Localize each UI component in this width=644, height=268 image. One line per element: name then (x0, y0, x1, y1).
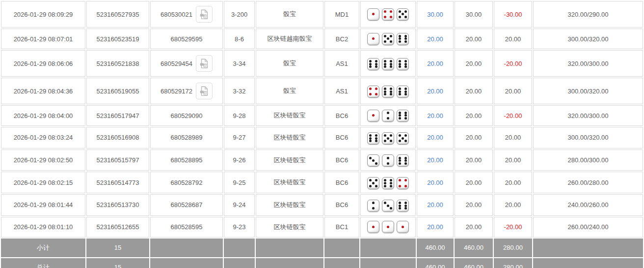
die-6 (382, 58, 394, 70)
table-row: 2026-01-29 08:07:01 523160523519 6805295… (1, 29, 643, 49)
bet-amount-cell: 20.00 (417, 29, 454, 49)
bet-amount-cell: 20.00 (417, 194, 454, 216)
summary-empty-cell (533, 258, 643, 268)
bet-amount-link[interactable]: 20.00 (427, 201, 443, 208)
die-pip (384, 202, 386, 204)
round-number-cell: 3-34 (224, 50, 255, 77)
bet-amount-cell: 20.00 (417, 172, 454, 193)
dice-result-cell (360, 105, 416, 126)
die-pip (390, 10, 392, 13)
summary-empty-cell (150, 238, 223, 257)
die-pip (402, 226, 404, 228)
bet-amount-link[interactable]: 20.00 (427, 223, 443, 231)
summary-label-cell: 小计 (1, 238, 85, 257)
summary-valid-total-cell: 460.00 (455, 258, 493, 268)
summary-empty-cell (324, 258, 359, 268)
die-pip (402, 13, 404, 15)
round-id-text: 680529172 (161, 88, 192, 95)
die-6 (397, 86, 409, 98)
bet-time-cell: 2026-01-29 08:06:06 (1, 50, 85, 77)
summary-winloss-total-cell: 280.00 (494, 238, 532, 257)
balance-cell: 260.00/280.00 (533, 172, 643, 193)
die-pip (404, 35, 407, 37)
die-4 (397, 177, 409, 189)
table-code-cell: BC6 (324, 149, 359, 171)
die-pip (372, 159, 375, 162)
die-pip (390, 63, 392, 65)
dice-result-cell (360, 1, 416, 28)
summary-empty-cell (360, 238, 416, 257)
round-number-cell: 3-32 (224, 78, 255, 104)
bet-amount-link[interactable]: 20.00 (427, 60, 443, 67)
bet-amount-link[interactable]: 30.00 (427, 11, 443, 18)
table-row: 2026-01-29 08:09:29 523160527935 6805300… (1, 1, 643, 28)
dice-wrap (367, 8, 409, 21)
die-pip (375, 137, 377, 140)
round-id-text: 680528989 (170, 134, 202, 141)
video-replay-button[interactable] (196, 55, 213, 72)
round-id-cell: 680528989 (150, 127, 223, 149)
die-6 (397, 154, 409, 167)
die-pip (375, 185, 377, 187)
summary-empty-cell (150, 258, 223, 268)
die-pip (387, 157, 389, 159)
die-pip (404, 162, 407, 165)
die-pip (404, 179, 407, 181)
bet-amount-link[interactable]: 20.00 (427, 35, 443, 43)
bet-id-cell: 523160513730 (86, 194, 149, 216)
round-id-wrap: 680528595 (170, 223, 202, 231)
die-pip (390, 90, 392, 93)
round-id-wrap: 680528792 (170, 179, 202, 186)
die-pip (384, 35, 386, 37)
die-pip (404, 134, 407, 137)
win-loss-cell: -30.00 (494, 1, 532, 28)
summary-count-cell: 15 (86, 258, 149, 268)
win-loss-cell: 20.00 (494, 29, 532, 49)
die-pip (384, 90, 386, 93)
summary-bet-total-cell: 460.00 (417, 258, 454, 268)
die-pip (399, 179, 401, 181)
die-1 (367, 33, 379, 45)
round-id-wrap: 680530021 (161, 6, 213, 23)
die-pip (390, 88, 392, 90)
die-pip (399, 93, 401, 95)
bet-amount-cell: 20.00 (417, 149, 454, 171)
video-replay-button[interactable] (196, 83, 213, 99)
die-pip (390, 140, 392, 142)
game-name-cell: 骰宝 (256, 1, 323, 28)
bet-amount-link[interactable]: 20.00 (427, 134, 443, 141)
video-replay-button[interactable] (196, 6, 213, 23)
die-3 (382, 200, 394, 212)
die-pip (404, 40, 407, 43)
bet-amount-link[interactable]: 20.00 (427, 179, 443, 186)
table-code-cell: BC2 (324, 29, 359, 49)
die-pip (369, 60, 372, 62)
bet-amount-link[interactable]: 20.00 (427, 112, 443, 119)
round-id-wrap: 680528989 (170, 134, 202, 141)
die-pip (399, 40, 401, 43)
die-pip (399, 185, 401, 187)
die-pip (369, 134, 372, 137)
win-loss-cell: 20.00 (494, 127, 532, 149)
die-3 (367, 154, 379, 167)
bet-amount-link[interactable]: 20.00 (427, 88, 443, 95)
die-pip (399, 60, 401, 62)
die-6 (397, 58, 409, 70)
table-row: 2026-01-29 08:02:15 523160514773 6805287… (1, 172, 643, 193)
bet-amount-cell: 20.00 (417, 127, 454, 149)
die-6 (397, 110, 409, 122)
bet-amount-link[interactable]: 20.00 (427, 156, 443, 164)
dice-wrap (367, 154, 409, 167)
die-pip (387, 205, 389, 207)
dice-wrap (367, 86, 409, 98)
die-2 (382, 110, 394, 122)
die-pip (399, 112, 401, 114)
bet-id-cell: 523160515797 (86, 149, 149, 171)
round-id-text: 680528895 (170, 156, 202, 164)
die-pip (384, 185, 386, 187)
dice-result-cell (360, 217, 416, 238)
round-number-cell: 9-27 (224, 127, 255, 149)
summary-row: 总计 15 460.00 460.00 280.00 (1, 258, 643, 268)
balance-cell: 300.00/320.00 (533, 29, 643, 49)
die-pip (384, 93, 386, 95)
